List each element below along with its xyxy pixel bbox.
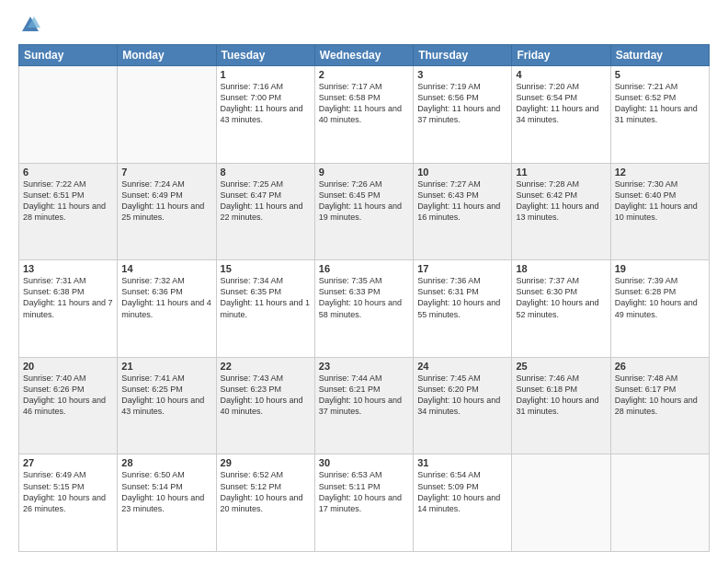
- day-number: 29: [221, 457, 311, 468]
- day-info: Sunrise: 7:27 AM Sunset: 6:43 PM Dayligh…: [417, 178, 507, 224]
- day-info: Sunrise: 7:48 AM Sunset: 6:17 PM Dayligh…: [615, 373, 705, 418]
- table-row: 25Sunrise: 7:46 AM Sunset: 6:18 PM Dayli…: [512, 357, 610, 454]
- day-info: Sunrise: 7:19 AM Sunset: 6:56 PM Dayligh…: [417, 81, 507, 126]
- table-row: [610, 454, 709, 552]
- day-number: 3: [417, 69, 507, 80]
- day-info: Sunrise: 7:16 AM Sunset: 7:00 PM Dayligh…: [221, 81, 311, 126]
- table-row: 10Sunrise: 7:27 AM Sunset: 6:43 PM Dayli…: [414, 163, 512, 260]
- table-row: 2Sunrise: 7:17 AM Sunset: 6:58 PM Daylig…: [314, 66, 413, 164]
- day-info: Sunrise: 7:26 AM Sunset: 6:45 PM Dayligh…: [319, 178, 409, 224]
- page: SundayMondayTuesdayWednesdayThursdayFrid…: [0, 0, 728, 563]
- day-info: Sunrise: 7:37 AM Sunset: 6:30 PM Dayligh…: [516, 275, 606, 320]
- day-number: 6: [23, 167, 113, 178]
- table-row: 21Sunrise: 7:41 AM Sunset: 6:25 PM Dayli…: [118, 357, 216, 454]
- day-info: Sunrise: 6:53 AM Sunset: 5:11 PM Dayligh…: [319, 469, 409, 514]
- calendar-header-friday: Friday: [512, 45, 610, 66]
- table-row: 15Sunrise: 7:34 AM Sunset: 6:35 PM Dayli…: [216, 260, 314, 358]
- table-row: 5Sunrise: 7:21 AM Sunset: 6:52 PM Daylig…: [610, 66, 709, 164]
- day-number: 13: [23, 263, 113, 274]
- day-info: Sunrise: 6:50 AM Sunset: 5:14 PM Dayligh…: [121, 469, 211, 514]
- day-number: 1: [221, 69, 311, 80]
- day-info: Sunrise: 7:32 AM Sunset: 6:36 PM Dayligh…: [121, 275, 211, 320]
- table-row: 22Sunrise: 7:43 AM Sunset: 6:23 PM Dayli…: [216, 357, 314, 454]
- header: [18, 15, 710, 35]
- calendar-table: SundayMondayTuesdayWednesdayThursdayFrid…: [18, 44, 710, 552]
- table-row: 14Sunrise: 7:32 AM Sunset: 6:36 PM Dayli…: [118, 260, 216, 358]
- day-number: 26: [615, 361, 705, 372]
- table-row: [19, 66, 118, 164]
- day-number: 23: [319, 361, 409, 372]
- table-row: 1Sunrise: 7:16 AM Sunset: 7:00 PM Daylig…: [216, 66, 314, 164]
- logo-icon: [20, 15, 40, 35]
- logo: [18, 15, 40, 35]
- table-row: 20Sunrise: 7:40 AM Sunset: 6:26 PM Dayli…: [19, 357, 118, 454]
- table-row: 16Sunrise: 7:35 AM Sunset: 6:33 PM Dayli…: [314, 260, 413, 358]
- day-info: Sunrise: 6:52 AM Sunset: 5:12 PM Dayligh…: [221, 469, 311, 514]
- day-number: 30: [319, 457, 409, 468]
- day-number: 8: [221, 167, 311, 178]
- day-number: 24: [417, 361, 507, 372]
- table-row: 29Sunrise: 6:52 AM Sunset: 5:12 PM Dayli…: [216, 454, 314, 552]
- day-info: Sunrise: 7:39 AM Sunset: 6:28 PM Dayligh…: [615, 275, 705, 320]
- calendar-week-row: 13Sunrise: 7:31 AM Sunset: 6:38 PM Dayli…: [19, 260, 710, 358]
- day-number: 19: [615, 263, 705, 274]
- day-info: Sunrise: 7:24 AM Sunset: 6:49 PM Dayligh…: [121, 178, 211, 224]
- table-row: 18Sunrise: 7:37 AM Sunset: 6:30 PM Dayli…: [512, 260, 610, 358]
- day-number: 16: [319, 263, 409, 274]
- calendar-header-wednesday: Wednesday: [314, 45, 413, 66]
- table-row: 26Sunrise: 7:48 AM Sunset: 6:17 PM Dayli…: [610, 357, 709, 454]
- calendar-header-thursday: Thursday: [414, 45, 512, 66]
- day-info: Sunrise: 7:43 AM Sunset: 6:23 PM Dayligh…: [221, 373, 311, 418]
- day-number: 9: [319, 167, 409, 178]
- day-info: Sunrise: 7:17 AM Sunset: 6:58 PM Dayligh…: [319, 81, 409, 126]
- calendar-header-saturday: Saturday: [610, 45, 709, 66]
- day-number: 21: [121, 361, 211, 372]
- day-info: Sunrise: 7:41 AM Sunset: 6:25 PM Dayligh…: [121, 373, 211, 418]
- calendar-header-sunday: Sunday: [19, 45, 118, 66]
- day-info: Sunrise: 7:30 AM Sunset: 6:40 PM Dayligh…: [615, 178, 705, 224]
- day-number: 14: [121, 263, 211, 274]
- day-number: 15: [221, 263, 311, 274]
- table-row: [118, 66, 216, 164]
- day-info: Sunrise: 7:44 AM Sunset: 6:21 PM Dayligh…: [319, 373, 409, 418]
- calendar-week-row: 1Sunrise: 7:16 AM Sunset: 7:00 PM Daylig…: [19, 66, 710, 164]
- calendar-header-tuesday: Tuesday: [216, 45, 314, 66]
- day-number: 20: [23, 361, 113, 372]
- day-info: Sunrise: 7:46 AM Sunset: 6:18 PM Dayligh…: [516, 373, 606, 418]
- day-number: 17: [417, 263, 507, 274]
- table-row: 23Sunrise: 7:44 AM Sunset: 6:21 PM Dayli…: [314, 357, 413, 454]
- table-row: 8Sunrise: 7:25 AM Sunset: 6:47 PM Daylig…: [216, 163, 314, 260]
- day-info: Sunrise: 6:54 AM Sunset: 5:09 PM Dayligh…: [417, 469, 507, 514]
- day-number: 4: [516, 69, 606, 80]
- calendar-week-row: 27Sunrise: 6:49 AM Sunset: 5:15 PM Dayli…: [19, 454, 710, 552]
- day-number: 31: [417, 457, 507, 468]
- table-row: 3Sunrise: 7:19 AM Sunset: 6:56 PM Daylig…: [414, 66, 512, 164]
- day-info: Sunrise: 7:36 AM Sunset: 6:31 PM Dayligh…: [417, 275, 507, 320]
- table-row: 28Sunrise: 6:50 AM Sunset: 5:14 PM Dayli…: [118, 454, 216, 552]
- day-number: 28: [121, 457, 211, 468]
- calendar-header-row: SundayMondayTuesdayWednesdayThursdayFrid…: [19, 45, 710, 66]
- day-info: Sunrise: 7:45 AM Sunset: 6:20 PM Dayligh…: [417, 373, 507, 418]
- day-info: Sunrise: 7:34 AM Sunset: 6:35 PM Dayligh…: [221, 275, 311, 320]
- table-row: 12Sunrise: 7:30 AM Sunset: 6:40 PM Dayli…: [610, 163, 709, 260]
- calendar-header-monday: Monday: [118, 45, 216, 66]
- table-row: 7Sunrise: 7:24 AM Sunset: 6:49 PM Daylig…: [118, 163, 216, 260]
- day-number: 11: [516, 167, 606, 178]
- day-info: Sunrise: 7:25 AM Sunset: 6:47 PM Dayligh…: [221, 178, 311, 224]
- day-number: 25: [516, 361, 606, 372]
- day-number: 10: [417, 167, 507, 178]
- day-info: Sunrise: 7:35 AM Sunset: 6:33 PM Dayligh…: [319, 275, 409, 320]
- day-number: 2: [319, 69, 409, 80]
- day-number: 5: [615, 69, 705, 80]
- table-row: 9Sunrise: 7:26 AM Sunset: 6:45 PM Daylig…: [314, 163, 413, 260]
- day-info: Sunrise: 7:28 AM Sunset: 6:42 PM Dayligh…: [516, 178, 606, 224]
- day-info: Sunrise: 7:21 AM Sunset: 6:52 PM Dayligh…: [615, 81, 705, 126]
- day-number: 22: [221, 361, 311, 372]
- table-row: 4Sunrise: 7:20 AM Sunset: 6:54 PM Daylig…: [512, 66, 610, 164]
- day-info: Sunrise: 7:31 AM Sunset: 6:38 PM Dayligh…: [23, 275, 113, 320]
- day-number: 18: [516, 263, 606, 274]
- table-row: 17Sunrise: 7:36 AM Sunset: 6:31 PM Dayli…: [414, 260, 512, 358]
- day-number: 27: [23, 457, 113, 468]
- day-info: Sunrise: 6:49 AM Sunset: 5:15 PM Dayligh…: [23, 469, 113, 514]
- table-row: 13Sunrise: 7:31 AM Sunset: 6:38 PM Dayli…: [19, 260, 118, 358]
